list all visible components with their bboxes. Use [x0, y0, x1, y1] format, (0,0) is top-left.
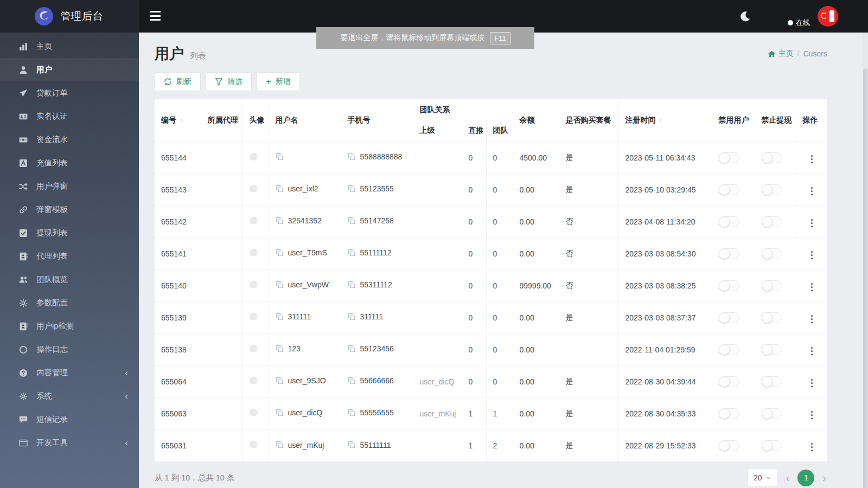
disable-withdraw-toggle[interactable] — [762, 344, 782, 355]
disable-user-toggle[interactable] — [719, 280, 739, 291]
col-header-disable-user: 禁用用户 — [712, 99, 755, 142]
copy-icon[interactable] — [276, 249, 284, 257]
disable-user-toggle[interactable] — [719, 376, 739, 387]
sidebar-item-team-overview[interactable]: 团队概览 — [0, 268, 139, 291]
disable-user-toggle[interactable] — [719, 440, 739, 451]
disable-withdraw-toggle[interactable] — [762, 280, 782, 291]
row-actions-menu[interactable] — [808, 249, 816, 262]
breadcrumb-home-link[interactable]: 主页 — [768, 49, 794, 59]
copy-icon[interactable] — [348, 185, 356, 193]
username-value: user_VwpW — [288, 280, 329, 289]
sidebar-item-popup-template[interactable]: 弹窗模板 — [0, 198, 139, 221]
sidebar-item-param-config[interactable]: 参数配置 — [0, 291, 139, 314]
sidebar-item-agent-list[interactable]: 代理列表 — [0, 245, 139, 268]
disable-withdraw-toggle[interactable] — [762, 408, 782, 419]
sidebar-item-user-ip-check[interactable]: 用户ip检测 — [0, 314, 139, 338]
cell-team: 2 — [486, 429, 513, 461]
cell-balance: 4500.00 — [513, 142, 559, 174]
cell-actions — [796, 429, 827, 461]
sidebar-item-dev-tools[interactable]: 开发工具‹ — [0, 431, 139, 454]
sidebar-item-user-popup[interactable]: 用户弹窗 — [0, 175, 139, 198]
copy-icon[interactable] — [276, 409, 284, 417]
sidebar-item-sms-records[interactable]: 短信记录 — [0, 408, 139, 431]
disable-withdraw-toggle[interactable] — [762, 216, 782, 227]
row-actions-menu[interactable] — [808, 185, 816, 198]
copy-icon[interactable] — [276, 153, 284, 161]
disable-withdraw-toggle[interactable] — [762, 376, 782, 387]
current-page-button[interactable]: 1 — [797, 470, 814, 486]
copy-icon[interactable] — [348, 409, 356, 417]
copy-icon[interactable] — [348, 377, 356, 385]
sidebar-item-operation-log[interactable]: 操作日志 — [0, 338, 139, 361]
sidebar-item-withdraw-list[interactable]: 提现列表 — [0, 221, 139, 245]
prev-page-button[interactable]: ‹ — [785, 472, 791, 483]
cell-agent — [201, 142, 242, 174]
sidebar-item-real-name-auth[interactable]: 实名认证 — [0, 105, 139, 128]
copy-icon[interactable] — [276, 281, 284, 289]
copy-icon[interactable] — [348, 249, 356, 257]
row-actions-menu[interactable] — [808, 313, 816, 326]
dark-mode-moon-icon[interactable] — [739, 11, 751, 23]
row-actions-menu[interactable] — [808, 345, 816, 358]
disable-withdraw-toggle[interactable] — [762, 152, 782, 163]
sidebar-item-content-mgmt[interactable]: 内容管理‹ — [0, 361, 139, 384]
copy-icon[interactable] — [348, 345, 356, 353]
sidebar-item-home[interactable]: 主页 — [0, 35, 139, 58]
user-avatar[interactable] — [818, 6, 838, 27]
disable-user-toggle[interactable] — [719, 216, 739, 227]
col-header-id[interactable]: 编号↑ — [155, 99, 201, 142]
cell-reg-time: 2023-05-10 03:29:45 — [618, 174, 712, 206]
row-actions-menu[interactable] — [808, 441, 816, 454]
next-page-button[interactable]: › — [821, 472, 827, 483]
row-actions-menu[interactable] — [808, 153, 816, 166]
add-button[interactable]: + 新增 — [257, 72, 300, 91]
copy-icon[interactable] — [348, 153, 356, 161]
copy-icon[interactable] — [348, 281, 356, 289]
sidebar-item-loan-orders[interactable]: 贷款订单 — [0, 81, 139, 105]
row-actions-menu[interactable] — [808, 409, 816, 422]
col-header-reg-time[interactable]: 注册时间↑ — [618, 99, 712, 142]
row-actions-menu[interactable] — [808, 281, 816, 294]
row-actions-menu[interactable] — [808, 217, 816, 230]
copy-icon[interactable] — [348, 441, 356, 449]
cell-parent: user_dicQ — [413, 365, 462, 397]
sort-asc-icon: ↑ — [659, 117, 662, 124]
disable-withdraw-toggle[interactable] — [762, 312, 782, 323]
page-scrollbar-thumb[interactable] — [863, 68, 867, 488]
sidebar-toggle-hamburger-icon[interactable] — [150, 11, 161, 21]
disable-user-toggle[interactable] — [719, 248, 739, 259]
phone-value: 55123555 — [360, 184, 394, 193]
copy-icon[interactable] — [276, 441, 284, 449]
disable-user-toggle[interactable] — [719, 312, 739, 323]
refresh-button[interactable]: 刷新 — [155, 72, 201, 91]
copy-icon[interactable] — [276, 345, 284, 353]
brand-area[interactable]: 管理后台 — [0, 0, 139, 33]
disable-withdraw-toggle[interactable] — [762, 440, 782, 451]
disable-user-toggle[interactable] — [719, 152, 739, 163]
disable-user-toggle[interactable] — [719, 184, 739, 195]
disable-withdraw-toggle[interactable] — [762, 184, 782, 195]
row-actions-menu[interactable] — [808, 377, 816, 390]
sidebar-item-recharge-list[interactable]: 充值列表 — [0, 151, 139, 175]
page-size-select[interactable]: 20 — [748, 468, 778, 487]
copy-icon[interactable] — [276, 185, 284, 193]
sidebar-item-fund-flow[interactable]: 资金流水 — [0, 128, 139, 151]
copy-icon[interactable] — [276, 313, 284, 321]
sidebar-item-system[interactable]: 系统‹ — [0, 384, 139, 408]
cogs-icon — [18, 298, 28, 308]
cell-avatar — [242, 237, 269, 269]
copy-icon[interactable] — [348, 217, 356, 225]
disable-user-toggle[interactable] — [719, 344, 739, 355]
copy-icon[interactable] — [348, 313, 356, 321]
cell-id: 655141 — [155, 237, 201, 269]
filter-button[interactable]: 筛选 — [206, 72, 252, 91]
disable-user-toggle[interactable] — [719, 408, 739, 419]
sidebar-item-users[interactable]: 用户 — [0, 58, 139, 81]
copy-icon[interactable] — [276, 217, 284, 225]
chevron-down-icon — [765, 475, 771, 481]
cell-disable-user — [712, 269, 755, 301]
disable-withdraw-toggle[interactable] — [762, 248, 782, 259]
cell-agent — [201, 269, 242, 301]
cell-avatar — [242, 397, 269, 429]
copy-icon[interactable] — [276, 377, 284, 385]
